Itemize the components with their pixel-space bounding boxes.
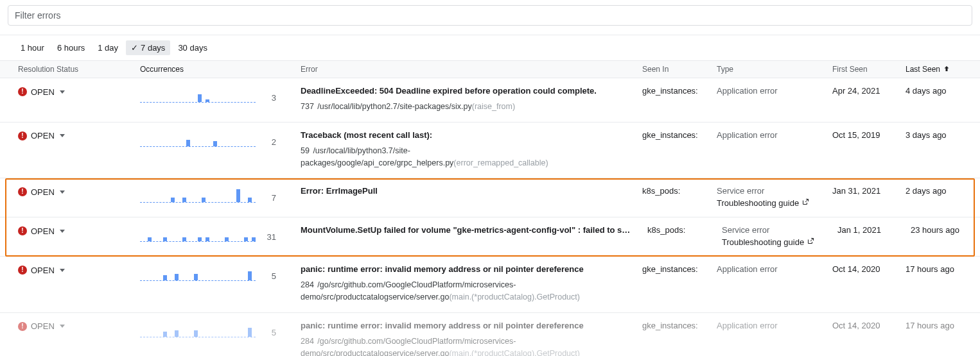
- troubleshooting-guide-label: Troubleshooting guide: [722, 237, 804, 247]
- table-header: Resolution Status Occurrences Error Seen…: [0, 60, 980, 78]
- sparkline: [140, 321, 256, 337]
- chevron-down-icon: [60, 230, 65, 233]
- error-title[interactable]: Error: ErrImagePull: [301, 186, 629, 196]
- stack-lineno: 737: [301, 102, 316, 111]
- error-stack-frame: 284 /go/src/github.com/GoogleCloudPlatfo…: [301, 335, 609, 356]
- table-row[interactable]: OPEN5panic: runtime error: invalid memor…: [0, 257, 980, 313]
- arrow-up-icon: [943, 65, 950, 74]
- first-seen: Apr 24, 2021: [832, 86, 906, 96]
- stack-lineno: 59: [301, 146, 311, 155]
- seen-in: gke_instances:: [642, 86, 717, 96]
- stack-path: /usr/local/lib/python2.7/site-packages/s…: [317, 102, 471, 111]
- occurrence-count: 2: [265, 137, 276, 147]
- table-row[interactable]: OPEN31MountVolume.SetUp failed for volum…: [0, 217, 980, 257]
- error-type: Application error: [717, 321, 832, 330]
- time-tab-1-hour[interactable]: 1 hour: [15, 40, 49, 55]
- error-title[interactable]: MountVolume.SetUp failed for volume "gke…: [301, 225, 634, 235]
- occurrence-count: 7: [265, 193, 276, 203]
- chevron-down-icon: [60, 90, 65, 94]
- resolution-status-dropdown[interactable]: OPEN: [18, 264, 140, 276]
- th-first-seen[interactable]: First Seen: [832, 65, 906, 74]
- status-label: OPEN: [31, 226, 55, 236]
- sparkline: [140, 186, 256, 203]
- stack-path: /usr/local/lib/python3.7/site-packages/g…: [301, 146, 453, 167]
- troubleshooting-guide-link[interactable]: Troubleshooting guide: [717, 198, 809, 208]
- time-tab-label: 1 day: [98, 43, 118, 53]
- th-last-seen[interactable]: Last Seen: [906, 65, 970, 74]
- resolution-status-dropdown[interactable]: OPEN: [18, 186, 140, 198]
- error-title[interactable]: Traceback (most recent call last):: [301, 130, 629, 140]
- last-seen: 17 hours ago: [906, 264, 970, 274]
- stack-lineno: 284: [301, 337, 316, 346]
- table-row[interactable]: OPEN2Traceback (most recent call last):5…: [0, 123, 980, 179]
- time-range-tabs: 1 hour6 hours1 day7 days30 days: [0, 40, 980, 60]
- error-type: Service error: [717, 186, 832, 196]
- error-stack-frame: 737 /usr/local/lib/python2.7/site-packag…: [301, 101, 609, 113]
- resolution-status-dropdown[interactable]: OPEN: [18, 321, 140, 332]
- error-stack-frame: 284 /go/src/github.com/GoogleCloudPlatfo…: [301, 279, 609, 303]
- resolution-status-dropdown[interactable]: OPEN: [18, 86, 140, 97]
- sparkline: [140, 130, 256, 147]
- error-title[interactable]: DeadlineExceeded: 504 Deadline expired b…: [301, 86, 629, 96]
- time-tab-label: 30 days: [178, 43, 207, 53]
- th-occurrences[interactable]: Occurrences: [140, 65, 301, 74]
- last-seen: 4 days ago: [906, 86, 970, 96]
- chevron-down-icon: [60, 269, 65, 272]
- th-last-seen-label: Last Seen: [906, 65, 940, 74]
- th-seen-in[interactable]: Seen In: [642, 65, 717, 74]
- stack-function: (raise_from): [472, 102, 515, 111]
- sparkline: [140, 225, 256, 242]
- stack-function: (main.(*productCatalog).GetProduct): [449, 292, 580, 301]
- error-status-icon: [18, 322, 27, 331]
- first-seen: Jan 31, 2021: [832, 186, 906, 196]
- status-label: OPEN: [31, 87, 55, 97]
- time-tab-label: 7 days: [141, 43, 165, 53]
- sparkline: [140, 264, 256, 281]
- status-label: OPEN: [31, 266, 55, 275]
- error-type: Application error: [717, 264, 832, 274]
- last-seen: 3 days ago: [906, 130, 970, 140]
- table-row[interactable]: OPEN7Error: ErrImagePullk8s_pods:Service…: [0, 178, 980, 217]
- last-seen: 2 days ago: [906, 186, 970, 196]
- time-tab-6-hours[interactable]: 6 hours: [52, 40, 90, 55]
- time-tab-7-days[interactable]: 7 days: [126, 40, 170, 55]
- resolution-status-dropdown[interactable]: OPEN: [18, 225, 140, 237]
- seen-in: k8s_pods:: [647, 225, 722, 235]
- error-title[interactable]: panic: runtime error: invalid memory add…: [301, 264, 629, 274]
- troubleshooting-guide-link[interactable]: Troubleshooting guide: [722, 237, 814, 247]
- occurrence-count: 31: [265, 232, 276, 242]
- error-status-icon: [18, 187, 27, 196]
- time-tab-label: 6 hours: [57, 43, 85, 53]
- chevron-down-icon: [60, 325, 65, 328]
- status-label: OPEN: [31, 131, 55, 140]
- error-stack-frame: 59 /usr/local/lib/python3.7/site-package…: [301, 145, 609, 169]
- status-label: OPEN: [31, 187, 55, 197]
- occurrence-count: 5: [265, 328, 276, 337]
- error-title[interactable]: panic: runtime error: invalid memory add…: [301, 321, 629, 330]
- seen-in: gke_instances:: [642, 264, 717, 274]
- time-tab-30-days[interactable]: 30 days: [173, 40, 213, 55]
- filter-input[interactable]: [15, 10, 965, 21]
- error-type: Application error: [717, 86, 832, 96]
- stack-lineno: 284: [301, 280, 316, 289]
- time-tab-1-day[interactable]: 1 day: [92, 40, 123, 55]
- external-link-icon: [807, 237, 814, 247]
- chevron-down-icon: [60, 134, 65, 137]
- stack-function: (main.(*productCatalog).GetProduct): [449, 349, 580, 357]
- last-seen: 17 hours ago: [906, 321, 970, 330]
- resolution-status-dropdown[interactable]: OPEN: [18, 130, 140, 142]
- check-icon: [131, 43, 138, 53]
- table-row[interactable]: OPEN5panic: runtime error: invalid memor…: [0, 313, 980, 356]
- th-type[interactable]: Type: [717, 65, 832, 74]
- table-row[interactable]: OPEN3DeadlineExceeded: 504 Deadline expi…: [0, 78, 980, 123]
- seen-in: gke_instances:: [642, 321, 717, 330]
- error-type: Application error: [717, 130, 832, 140]
- sparkline: [140, 86, 256, 103]
- first-seen: Oct 14, 2020: [832, 321, 906, 330]
- th-error[interactable]: Error: [301, 65, 642, 74]
- error-type: Service error: [722, 225, 837, 235]
- error-rows: OPEN3DeadlineExceeded: 504 Deadline expi…: [0, 78, 980, 356]
- occurrence-count: 5: [265, 271, 276, 281]
- filter-bar[interactable]: [8, 5, 972, 26]
- th-resolution-status[interactable]: Resolution Status: [18, 65, 140, 74]
